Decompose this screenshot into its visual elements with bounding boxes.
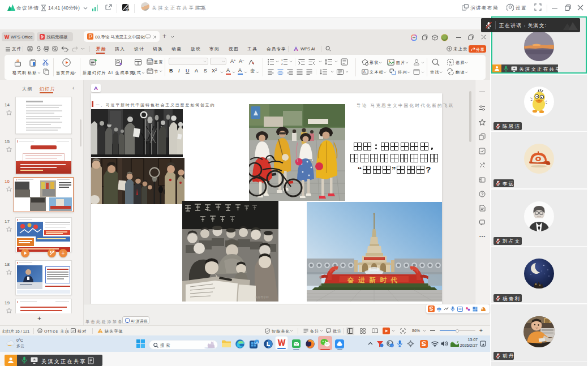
svg-text:i: i (392, 344, 392, 347)
svg-text:奋进新时代: 奋进新时代 (347, 276, 401, 283)
svg-text:美好寻字样: 美好寻字样 (255, 295, 269, 299)
svg-text:2: 2 (281, 63, 283, 66)
svg-text:1: 1 (281, 59, 283, 62)
svg-text:A: A (363, 70, 366, 74)
